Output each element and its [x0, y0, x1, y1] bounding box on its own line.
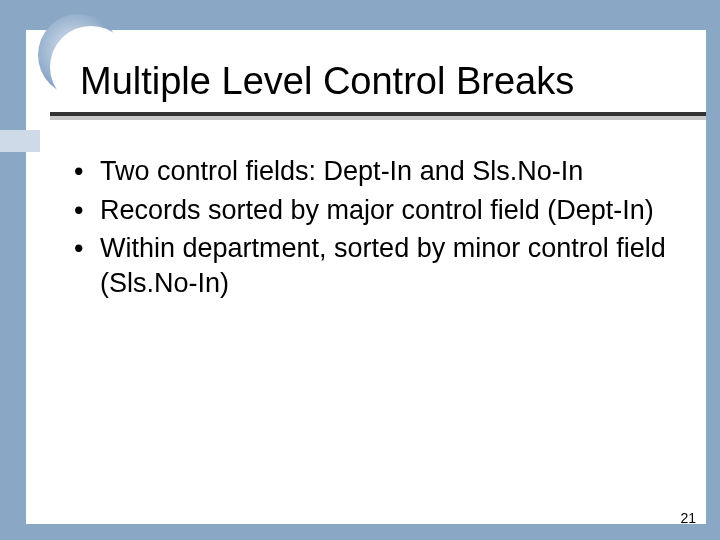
left-accent-tab — [0, 130, 40, 152]
bullet-text: Records sorted by major control field (D… — [100, 195, 654, 225]
bullet-text: Within department, sorted by minor contr… — [100, 233, 666, 298]
title-underline-light — [50, 116, 706, 120]
slide-title: Multiple Level Control Breaks — [80, 60, 574, 103]
bullet-item: Records sorted by major control field (D… — [74, 193, 674, 228]
bullet-text: Two control fields: Dept-In and Sls.No-I… — [100, 156, 583, 186]
page-number: 21 — [680, 510, 696, 526]
bullet-item: Within department, sorted by minor contr… — [74, 231, 674, 300]
bullet-list: Two control fields: Dept-In and Sls.No-I… — [74, 154, 674, 304]
bullet-item: Two control fields: Dept-In and Sls.No-I… — [74, 154, 674, 189]
